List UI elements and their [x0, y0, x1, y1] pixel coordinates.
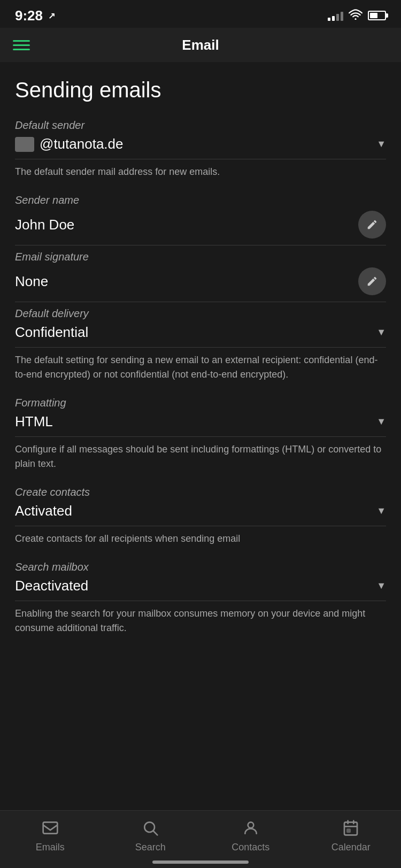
svg-rect-9 [348, 829, 350, 832]
setting-label-email-signature: Email signature [15, 251, 386, 263]
setting-desc-default-sender: The default sender mail address for new … [15, 165, 386, 179]
nav-label-contacts: Contacts [232, 842, 269, 853]
hamburger-menu-icon[interactable] [13, 40, 30, 50]
nav-label-emails: Emails [36, 842, 65, 853]
nav-item-contacts[interactable]: Contacts [219, 819, 283, 853]
setting-row-create-contacts[interactable]: Activated ▼ [15, 503, 386, 526]
location-arrow-icon: ↗ [48, 11, 55, 21]
svg-point-4 [248, 822, 253, 828]
sender-avatar [15, 137, 34, 152]
dropdown-arrow-create-contacts: ▼ [376, 505, 386, 517]
setting-desc-formatting: Configure if all messages should be sent… [15, 442, 386, 471]
person-icon [242, 819, 259, 839]
setting-sender-name: Sender name John Doe [15, 194, 386, 245]
nav-title: Email [182, 37, 219, 53]
setting-desc-default-delivery: The default setting for sending a new em… [15, 353, 386, 382]
edit-sender-name-button[interactable] [358, 211, 386, 239]
nav-label-search: Search [135, 842, 166, 853]
svg-rect-1 [43, 822, 57, 833]
nav-item-calendar[interactable]: Calendar [319, 819, 383, 853]
setting-label-formatting: Formatting [15, 397, 386, 409]
dropdown-arrow-default-sender: ▼ [376, 139, 386, 150]
setting-row-search-mailbox[interactable]: Deactivated ▼ [15, 578, 386, 601]
bottom-nav: Emails Search Contacts [0, 810, 401, 868]
setting-row-default-delivery[interactable]: Confidential ▼ [15, 324, 386, 348]
setting-row-formatting[interactable]: HTML ▼ [15, 413, 386, 437]
setting-row-default-sender[interactable]: @tutanota.de ▼ [15, 136, 386, 159]
setting-create-contacts: Create contacts Activated ▼ Create conta… [15, 486, 386, 546]
svg-point-0 [354, 18, 356, 20]
page-title: Sending emails [15, 78, 386, 102]
setting-row-sender-name[interactable]: John Doe [15, 211, 386, 245]
setting-desc-create-contacts: Create contacts for all recipients when … [15, 532, 386, 546]
nav-item-search[interactable]: Search [118, 819, 182, 853]
battery-icon [368, 11, 386, 20]
nav-label-calendar: Calendar [331, 842, 371, 853]
signal-icon [328, 10, 343, 21]
setting-email-signature: Email signature None [15, 251, 386, 302]
dropdown-arrow-default-delivery: ▼ [376, 327, 386, 338]
setting-label-search-mailbox: Search mailbox [15, 561, 386, 573]
svg-rect-5 [344, 822, 357, 835]
search-icon [142, 819, 159, 839]
setting-default-sender: Default sender @tutanota.de ▼ The defaul… [15, 119, 386, 179]
email-icon [42, 819, 59, 839]
svg-line-3 [153, 831, 157, 835]
setting-search-mailbox: Search mailbox Deactivated ▼ Enabling th… [15, 561, 386, 635]
setting-default-delivery: Default delivery Confidential ▼ The defa… [15, 308, 386, 382]
nav-item-emails[interactable]: Emails [18, 819, 82, 853]
setting-label-default-delivery: Default delivery [15, 308, 386, 320]
status-bar: 9:28 ↗ [0, 0, 401, 28]
top-nav: Email [0, 28, 401, 62]
setting-row-email-signature[interactable]: None [15, 267, 386, 302]
main-content: Sending emails Default sender @tutanota.… [0, 62, 401, 715]
setting-label-default-sender: Default sender [15, 119, 386, 132]
home-indicator [152, 861, 249, 864]
dropdown-arrow-search-mailbox: ▼ [376, 580, 386, 592]
setting-label-sender-name: Sender name [15, 194, 386, 206]
status-time: 9:28 ↗ [15, 7, 55, 24]
setting-desc-search-mailbox: Enabling the search for your mailbox con… [15, 606, 386, 635]
dropdown-arrow-formatting: ▼ [376, 416, 386, 427]
status-icons [328, 9, 386, 22]
calendar-icon [342, 819, 359, 839]
edit-email-signature-button[interactable] [358, 267, 386, 295]
wifi-icon [349, 9, 363, 22]
setting-formatting: Formatting HTML ▼ Configure if all messa… [15, 397, 386, 471]
setting-label-create-contacts: Create contacts [15, 486, 386, 498]
